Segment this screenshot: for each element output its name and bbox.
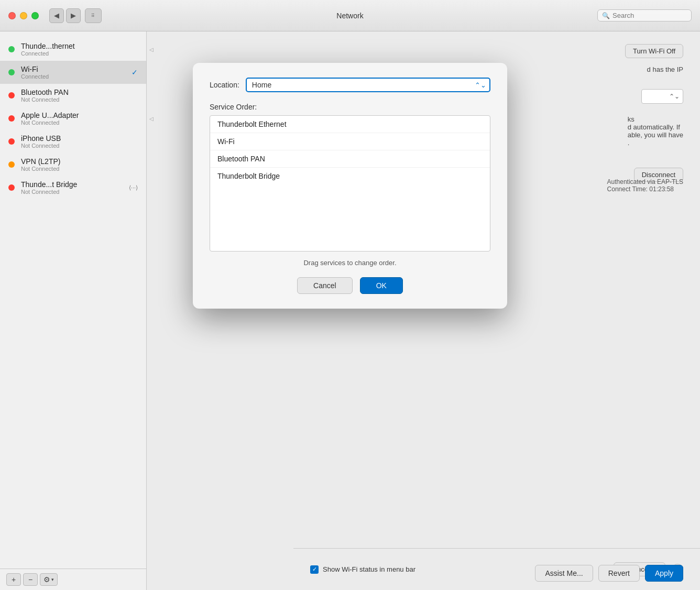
main-content: Thunde...thernet Connected ◁ Wi-Fi Conne… [0,31,700,590]
service-order-list: Thunderbolt Ethernet Wi-Fi Bluetooth PAN… [210,115,490,252]
grid-button[interactable]: ⠿ [85,8,102,23]
cancel-button[interactable]: Cancel [297,277,353,294]
service-item-bluetooth-pan[interactable]: Bluetooth PAN [210,150,490,168]
location-select-text: Home [252,81,271,89]
back-button[interactable]: ◀ [49,8,64,23]
service-item-thunderbolt-ethernet[interactable]: Thunderbolt Ethernet [210,116,490,133]
modal-overlay: Location: Home ⌃⌄ Service Order: Thunder… [0,31,700,590]
location-row: Location: Home ⌃⌄ [210,78,490,92]
service-item-thunderbolt-bridge[interactable]: Thunderbolt Bridge [210,168,490,184]
ok-button[interactable]: OK [360,277,403,294]
forward-button[interactable]: ▶ [66,8,81,23]
service-order-label: Service Order: [210,103,490,111]
search-icon: 🔍 [602,12,610,19]
location-dialog: Location: Home ⌃⌄ Service Order: Thunder… [193,63,507,309]
nav-buttons: ◀ ▶ [49,8,81,23]
search-input[interactable] [612,12,687,19]
close-button[interactable] [8,12,16,19]
drag-hint: Drag services to change order. [210,259,490,267]
modal-buttons: Cancel OK [210,277,490,294]
search-box[interactable]: 🔍 [597,9,692,21]
location-chevron-icon: ⌃⌄ [475,81,486,89]
window-title: Network [336,12,363,20]
minimize-button[interactable] [20,12,27,19]
service-item-wifi[interactable]: Wi-Fi [210,133,490,150]
location-select[interactable]: Home ⌃⌄ [246,78,490,92]
location-label: Location: [210,81,239,89]
maximize-button[interactable] [31,12,39,19]
titlebar: ◀ ▶ ⠿ Network 🔍 [0,0,700,31]
traffic-lights [8,12,39,19]
